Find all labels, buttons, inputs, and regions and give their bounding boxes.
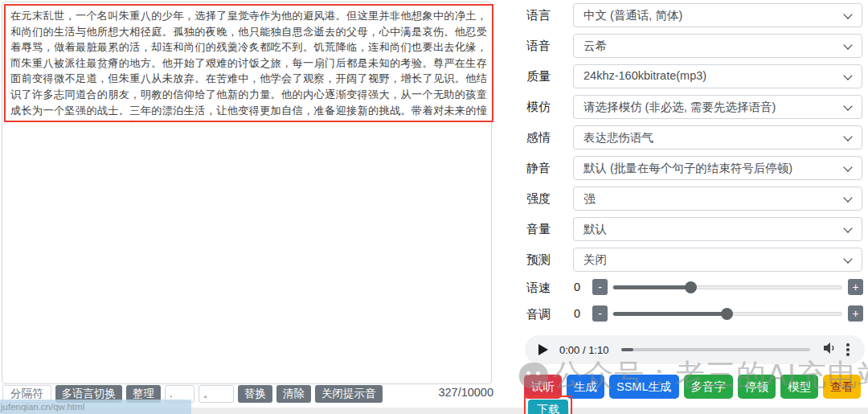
language-label: 语言 bbox=[526, 8, 551, 23]
predict-label: 预测 bbox=[526, 252, 551, 268]
player-menu-icon[interactable] bbox=[841, 342, 855, 359]
ssml-generate-button[interactable]: SSML生成 bbox=[609, 375, 679, 399]
replace-button[interactable]: 替换 bbox=[238, 385, 272, 403]
pitch-minus-button[interactable]: - bbox=[592, 305, 608, 322]
chevron-down-icon bbox=[843, 40, 852, 49]
slider-fill bbox=[613, 285, 691, 289]
chevron-down-icon bbox=[843, 162, 852, 171]
pitch-plus-button[interactable]: + bbox=[848, 305, 863, 322]
speech-rate-plus-button[interactable]: + bbox=[848, 279, 863, 295]
generate-button[interactable]: 生成 bbox=[567, 375, 604, 399]
setting-row-emotion: 感情 表达悲伤语气 bbox=[526, 125, 864, 150]
char-counter: 327/10000 bbox=[434, 386, 493, 399]
chevron-down-icon bbox=[843, 71, 852, 80]
setting-row-predict: 预测 关闭 bbox=[526, 248, 864, 272]
view-button[interactable]: 查看 bbox=[823, 375, 861, 399]
setting-row-volume: 音量 默认 bbox=[526, 217, 864, 241]
player-time: 0:00 / 1:10 bbox=[559, 344, 608, 356]
pitch-value: 0 bbox=[563, 307, 580, 320]
silence-select[interactable]: 默认 (批量在每个句子的结束符号后停顿) bbox=[573, 156, 862, 180]
status-url-tooltip: jufenqian.cn/qw.html bbox=[0, 400, 191, 414]
pitch-row: 音调 0 - + bbox=[526, 305, 864, 323]
volume-select[interactable]: 默认 bbox=[573, 217, 862, 241]
text-annotation-box: 在元末乱世，一个名叫朱重八的少年，选择了皇觉寺作为他的避风港。但这里并非他想象中… bbox=[4, 4, 493, 122]
chevron-down-icon bbox=[843, 223, 852, 232]
speech-rate-minus-button[interactable]: - bbox=[592, 279, 608, 295]
predict-select[interactable]: 关闭 bbox=[573, 248, 862, 272]
volume-label: 音量 bbox=[526, 222, 551, 237]
slider-thumb[interactable] bbox=[721, 308, 733, 320]
setting-row-language: 语言 中文 (普通话, 简体) bbox=[526, 3, 864, 27]
language-select[interactable]: 中文 (普通话, 简体) bbox=[573, 3, 862, 27]
chevron-down-icon bbox=[843, 10, 852, 18]
replace-to-input[interactable] bbox=[199, 385, 234, 403]
voice-label: 语音 bbox=[526, 39, 551, 54]
pause-button[interactable]: 停顿 bbox=[738, 375, 776, 399]
seek-played bbox=[621, 348, 633, 351]
clear-button[interactable]: 清除 bbox=[276, 385, 311, 403]
text-editor-area[interactable]: 在元末乱世，一个名叫朱重八的少年，选择了皇觉寺作为他的避风港。但这里并非他想象中… bbox=[2, 2, 492, 384]
seek-bar[interactable] bbox=[621, 348, 810, 351]
silence-label: 静音 bbox=[526, 161, 551, 176]
play-button[interactable] bbox=[538, 344, 548, 355]
intensity-select[interactable]: 强 bbox=[573, 187, 862, 211]
setting-row-silence: 静音 默认 (批量在每个句子的结束符号后停顿) bbox=[526, 156, 864, 180]
slider-fill bbox=[613, 312, 727, 316]
setting-row-voice: 语音 云希 bbox=[526, 34, 864, 58]
actions-row: 试听 生成 SSML生成 多音字 停顿 模型 查看 bbox=[524, 375, 861, 399]
voice-select[interactable]: 云希 bbox=[573, 34, 862, 58]
download-button[interactable]: 下载 bbox=[528, 400, 568, 414]
speech-rate-row: 语速 0 - + bbox=[526, 279, 864, 297]
chevron-down-icon bbox=[843, 101, 852, 110]
setting-row-quality: 质量 24khz-160kbitrate(mp3) bbox=[526, 64, 864, 88]
chevron-down-icon bbox=[843, 193, 852, 202]
setting-row-imitation: 模仿 请选择模仿 (非必选, 需要先选择语音) bbox=[526, 95, 864, 119]
setting-row-intensity: 强度 强 bbox=[526, 187, 864, 211]
tts-app: 在元末乱世，一个名叫朱重八的少年，选择了皇觉寺作为他的避风港。但这里并非他想象中… bbox=[0, 0, 868, 414]
speech-rate-value: 0 bbox=[563, 281, 580, 293]
emotion-label: 感情 bbox=[526, 130, 551, 146]
polyphonic-button[interactable]: 多音字 bbox=[684, 375, 734, 399]
volume-icon[interactable] bbox=[823, 342, 837, 358]
mute-prompt-button[interactable]: 关闭提示音 bbox=[315, 385, 383, 403]
pitch-label: 音调 bbox=[526, 307, 551, 322]
speech-rate-label: 语速 bbox=[526, 281, 551, 296]
pitch-slider[interactable] bbox=[612, 312, 842, 316]
emotion-select[interactable]: 表达悲伤语气 bbox=[573, 125, 862, 150]
chevron-down-icon bbox=[843, 132, 852, 141]
imitation-label: 模仿 bbox=[526, 100, 551, 115]
quality-label: 质量 bbox=[526, 69, 551, 84]
intensity-label: 强度 bbox=[526, 191, 551, 207]
model-button[interactable]: 模型 bbox=[780, 375, 818, 399]
quality-select[interactable]: 24khz-160kbitrate(mp3) bbox=[573, 64, 862, 88]
audio-player: 0:00 / 1:10 bbox=[525, 335, 865, 364]
chevron-down-icon bbox=[843, 254, 852, 263]
tts-input-text[interactable]: 在元末乱世，一个名叫朱重八的少年，选择了皇觉寺作为他的避风港。但这里并非他想象中… bbox=[10, 8, 487, 122]
speech-rate-slider[interactable] bbox=[612, 285, 842, 289]
slider-thumb[interactable] bbox=[685, 281, 697, 293]
imitation-select[interactable]: 请选择模仿 (非必选, 需要先选择语音) bbox=[573, 95, 862, 119]
